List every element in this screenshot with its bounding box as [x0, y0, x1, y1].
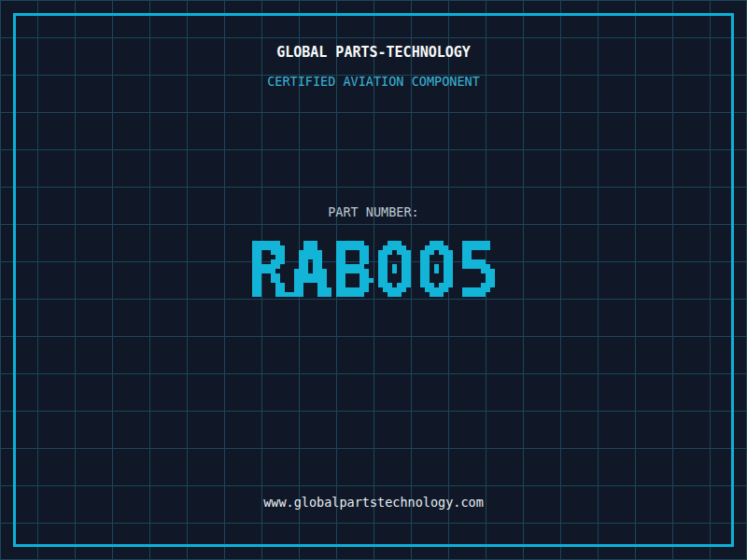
certification-label: CERTIFIED AVIATION COMPONENT	[0, 75, 747, 89]
part-number-display	[238, 241, 509, 315]
company-name: GLOBAL PARTS-TECHNOLOGY	[0, 45, 747, 61]
part-number-label: PART NUMBER:	[0, 205, 747, 219]
certificate-card: GLOBAL PARTS-TECHNOLOGY CERTIFIED AVIATI…	[0, 0, 747, 560]
website-url: www.globalpartstechnology.com	[0, 496, 747, 510]
part-number-display-wrap	[0, 241, 747, 315]
